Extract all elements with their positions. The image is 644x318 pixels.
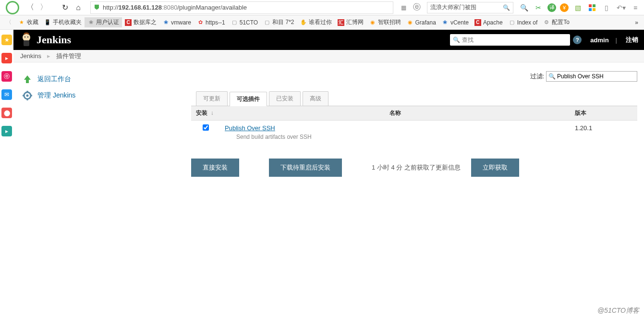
refresh-button[interactable]: ↻ xyxy=(59,1,71,14)
bookmark-item[interactable]: ▢和目 7*2 xyxy=(261,17,297,27)
plugin-version: 1.20.1 xyxy=(570,121,637,145)
bookmark-item[interactable]: ◉智联招聘 xyxy=(366,17,404,27)
plugin-table: 安装 ↓ 名称 版本 Publish Over SSH Send build a… xyxy=(191,106,637,144)
coin-icon[interactable]: ¥ xyxy=(560,3,569,12)
bookmark-item[interactable]: ◉Grafana xyxy=(404,18,439,27)
qr-icon[interactable]: ▦ xyxy=(397,1,410,14)
bookmark-label: 数据库之 xyxy=(134,18,157,26)
flower-icon: ✿ xyxy=(197,19,204,26)
strip-icon-1[interactable]: ★ xyxy=(1,35,12,45)
bookmark-label: vCente xyxy=(450,19,469,26)
svg-point-7 xyxy=(27,37,28,37)
bookmark-label: Apache xyxy=(483,19,503,26)
svg-rect-3 xyxy=(593,8,595,11)
bookmark-item[interactable]: 📱手机收藏夹 xyxy=(41,17,85,27)
help-icon[interactable]: ? xyxy=(573,36,582,44)
logout-link[interactable]: 注销 xyxy=(626,36,638,44)
bookmark-item[interactable]: C数据库之 xyxy=(122,17,159,27)
bookmark-item[interactable]: ❀vmware xyxy=(159,18,194,27)
manage-jenkins[interactable]: 管理 Jenkins xyxy=(20,87,184,104)
svg-rect-0 xyxy=(589,4,592,7)
C-icon: C xyxy=(474,19,481,26)
star-icon: ★ xyxy=(18,19,25,26)
filter-input[interactable] xyxy=(546,71,637,82)
search-icon: 🔍 xyxy=(503,4,510,11)
paw-icon: ❀ xyxy=(87,19,94,26)
crumb-1[interactable]: 插件管理 xyxy=(56,52,81,61)
strip-icon-6[interactable]: ▸ xyxy=(1,126,12,136)
bookmark-item[interactable]: ★收藏 xyxy=(15,17,41,27)
bookmark-label: Index of xyxy=(517,19,538,26)
bookmark-label: 配置To xyxy=(552,18,570,26)
svg-point-9 xyxy=(26,95,29,97)
strip-icon-3[interactable]: ⓔ xyxy=(1,71,12,82)
panel-icon[interactable]: ▯ xyxy=(601,2,612,13)
bookmark-item[interactable]: ✿https--1 xyxy=(194,18,228,27)
browser-logo xyxy=(6,1,19,14)
bookmark-label: 智联招聘 xyxy=(378,18,401,26)
menu-icon[interactable]: ≡ xyxy=(630,2,641,13)
bookmark-label: 汇博网 xyxy=(346,18,364,26)
th-version[interactable]: 版本 xyxy=(570,106,637,121)
svg-rect-5 xyxy=(24,40,29,46)
bookmark-item[interactable]: 汇汇博网 xyxy=(335,17,366,27)
url-host: 192.168.61.128 xyxy=(119,4,162,11)
cut-icon[interactable]: ✂ xyxy=(533,2,544,13)
bookmark-item[interactable]: ⚙配置To xyxy=(540,17,572,27)
button-row: 直接安装 下载待重启后安装 1 小时 4 分 之前获取了更新信息 立即获取 xyxy=(191,159,637,177)
bookmark-item[interactable]: ❀vCente xyxy=(439,18,472,27)
translate-icon[interactable]: 译 xyxy=(547,3,556,12)
tab-installed[interactable]: 已安装 xyxy=(269,91,301,106)
bookmark-item[interactable]: ▢51CTO xyxy=(228,18,261,27)
check-now-button[interactable]: 立即获取 xyxy=(471,159,519,177)
search-placeholder: 查找 xyxy=(462,36,474,44)
zoom-icon[interactable]: 🔍 xyxy=(519,2,529,13)
page-icon: ▢ xyxy=(509,19,515,26)
th-install[interactable]: 安装 ↓ xyxy=(191,106,220,121)
plugin-desc: Send build artifacts over SSH xyxy=(225,134,565,140)
tab-advanced[interactable]: 高级 xyxy=(303,91,328,106)
back-to-dashboard[interactable]: 返回工作台 xyxy=(20,71,184,87)
breadcrumb: Jenkins ▸ 插件管理 xyxy=(13,50,644,62)
bm-chevron[interactable]: 〈 xyxy=(3,17,14,27)
forward-button[interactable]: 〉 xyxy=(37,1,50,14)
search-icon: 🔍 xyxy=(453,37,460,43)
download-restart-button[interactable]: 下载待重启后安装 xyxy=(269,159,342,177)
bookmark-label: 51CTO xyxy=(240,19,258,26)
url-bar[interactable]: ⛊ http://192.168.61.128:8080/pluginManag… xyxy=(90,1,393,14)
crumb-0[interactable]: Jenkins xyxy=(20,52,41,60)
th-name[interactable]: 名称 xyxy=(220,106,570,121)
strip-icon-2[interactable]: ▸ xyxy=(1,53,12,63)
bookmark-label: 手机收藏夹 xyxy=(53,18,82,26)
user-link[interactable]: admin xyxy=(590,37,608,44)
jenkins-search[interactable]: 🔍 查找 xyxy=(450,34,570,46)
tab-updates[interactable]: 可更新 xyxy=(196,91,228,106)
browser-search[interactable]: 流浪大师家门被围 🔍 xyxy=(427,2,513,13)
grid-icon[interactable] xyxy=(587,2,597,13)
svg-point-6 xyxy=(24,37,25,37)
back-button[interactable]: 〈 xyxy=(24,1,36,14)
pic-icon[interactable]: ▧ xyxy=(572,2,583,13)
jenkins-logo[interactable]: Jenkins xyxy=(19,32,71,48)
ext-icon[interactable]: ⓔ xyxy=(411,1,423,14)
bookmark-item[interactable]: ✋谁看过你 xyxy=(297,17,335,27)
install-now-button[interactable]: 直接安装 xyxy=(191,159,239,177)
tab-available[interactable]: 可选插件 xyxy=(230,92,267,106)
bookmark-item[interactable]: ▢Index of xyxy=(506,18,541,27)
jenkins-header: Jenkins 🔍 查找 ? admin | 注销 xyxy=(13,30,644,50)
filter-row: 过滤: 🔍 xyxy=(191,71,637,82)
svg-point-4 xyxy=(23,34,30,41)
strip-icon-5[interactable]: ⬤ xyxy=(1,108,12,118)
search-text: 流浪大师家门被围 xyxy=(430,3,476,12)
home-button[interactable]: ⌂ xyxy=(72,1,85,14)
strip-icon-4[interactable]: ✉ xyxy=(1,89,12,100)
bookmark-item[interactable]: ❀用户认证 xyxy=(85,17,122,27)
undo-icon[interactable]: ↶▾ xyxy=(616,2,626,13)
install-checkbox[interactable] xyxy=(203,124,209,131)
plugin-link[interactable]: Publish Over SSH xyxy=(225,124,275,132)
bm-more[interactable]: » xyxy=(632,18,641,27)
C-icon: C xyxy=(125,19,132,26)
url-prefix: http:// xyxy=(103,4,119,11)
bookmarks-bar: 〈 ★收藏📱手机收藏夹❀用户认证C数据库之❀vmware✿https--1▢51… xyxy=(0,15,644,30)
bookmark-item[interactable]: CApache xyxy=(472,18,506,27)
